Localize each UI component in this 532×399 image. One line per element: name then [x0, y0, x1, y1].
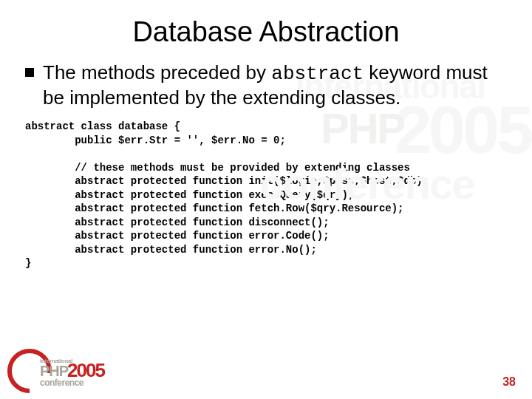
- bullet-text-pre: The methods preceded by: [43, 61, 271, 83]
- slide: international 2005 PHP conference Databa…: [0, 0, 532, 399]
- footer: international PHP 2005 conference 38: [0, 347, 532, 399]
- logo-text-conference: conference: [40, 378, 83, 388]
- bullet-marker-icon: [25, 68, 34, 77]
- conference-logo: international PHP 2005 conference: [13, 353, 109, 392]
- page-number: 38: [502, 375, 516, 389]
- bullet-keyword: abstract: [271, 63, 364, 85]
- bullet-item: The methods preceded by abstract keyword…: [43, 61, 488, 109]
- code-block: abstract class database { public $err.St…: [25, 120, 532, 270]
- slide-title: Database Abstraction: [0, 0, 532, 58]
